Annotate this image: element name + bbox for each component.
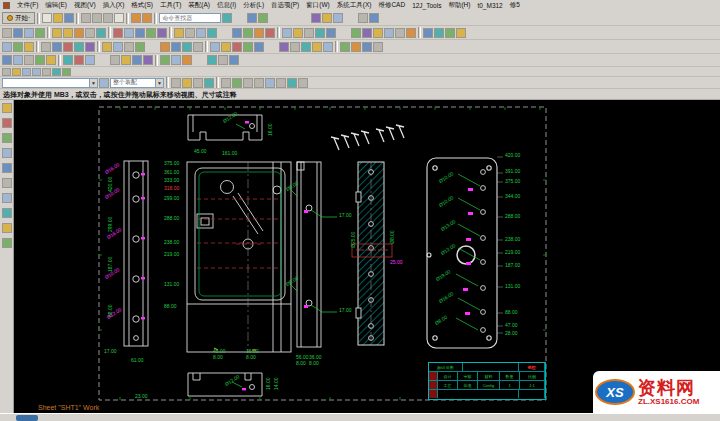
toolbar-icon[interactable] (63, 28, 73, 38)
toolbar-icon[interactable] (254, 42, 264, 52)
toolbar-icon[interactable] (207, 28, 217, 38)
toolbar-icon[interactable] (121, 55, 131, 65)
snap-intersection-icon[interactable] (254, 78, 264, 88)
toolbar-icon[interactable] (157, 28, 167, 38)
menu-tools[interactable]: 工具(T) (160, 1, 181, 10)
toolbar-icon[interactable] (42, 68, 51, 76)
toolbar-icon[interactable] (279, 42, 289, 52)
toolbar-icon[interactable] (247, 13, 257, 23)
toolbar-icon[interactable] (315, 28, 325, 38)
toolbar-icon[interactable] (2, 208, 12, 218)
toolbar-icon[interactable] (423, 28, 433, 38)
toolbar-icon[interactable] (52, 28, 62, 38)
toolbar-icon[interactable] (258, 13, 268, 23)
menu-extra[interactable]: 修5 (510, 1, 520, 10)
open-file-icon[interactable] (53, 13, 63, 23)
menu-file[interactable]: 文件(F) (17, 1, 38, 10)
menu-analysis[interactable]: 分析(L) (243, 1, 264, 10)
toolbar-icon[interactable] (373, 28, 383, 38)
toolbar-icon[interactable] (254, 28, 264, 38)
toolbar-icon[interactable] (63, 42, 73, 52)
toolbar-icon[interactable] (323, 42, 333, 52)
toolbar-icon[interactable] (456, 28, 466, 38)
toolbar-icon[interactable] (282, 28, 292, 38)
paste-icon[interactable] (114, 13, 124, 23)
toolbar-icon[interactable] (85, 28, 95, 38)
toolbar-icon[interactable] (2, 148, 12, 158)
toolbar-icon[interactable] (160, 55, 170, 65)
toolbar-icon[interactable] (2, 163, 12, 173)
toolbar-icon[interactable] (182, 78, 192, 88)
toolbar-icon[interactable] (35, 28, 45, 38)
toolbar-icon[interactable] (113, 42, 123, 52)
toolbar-icon[interactable] (384, 28, 394, 38)
toolbar-icon[interactable] (2, 178, 12, 188)
toolbar-icon[interactable] (229, 55, 239, 65)
toolbar-icon[interactable] (2, 68, 11, 76)
snap-center-icon[interactable] (265, 78, 275, 88)
toolbar-icon[interactable] (46, 55, 56, 65)
toolbar-icon[interactable] (185, 28, 195, 38)
toolbar-icon[interactable] (204, 78, 214, 88)
toolbar-icon[interactable] (340, 42, 350, 52)
toolbar-icon[interactable] (62, 68, 71, 76)
toolbar-icon[interactable] (290, 42, 300, 52)
search-icon[interactable] (222, 13, 232, 23)
toolbar-icon[interactable] (2, 238, 12, 248)
snap-endpoint-icon[interactable] (232, 78, 242, 88)
toolbar-icon[interactable] (22, 68, 31, 76)
toolbar-icon[interactable] (243, 42, 253, 52)
toolbar-icon[interactable] (135, 42, 145, 52)
menu-preferences[interactable]: 首选项(P) (271, 1, 299, 10)
toolbar-icon[interactable] (174, 28, 184, 38)
snap-point-icon[interactable] (221, 78, 231, 88)
selection-filter-combo[interactable]: ▼ (2, 78, 98, 88)
toolbar-icon[interactable] (445, 28, 455, 38)
toolbar-icon[interactable] (13, 55, 23, 65)
toolbar-icon[interactable] (132, 55, 142, 65)
menu-systools[interactable]: 系统工具(X) (337, 1, 372, 10)
toolbar-icon[interactable] (265, 28, 275, 38)
toolbar-icon[interactable] (2, 103, 12, 113)
menu-12j-tools[interactable]: 12J_Tools (412, 2, 441, 9)
taskbar[interactable] (0, 413, 720, 421)
toolbar-icon[interactable] (196, 28, 206, 38)
toolbar-icon[interactable] (298, 78, 308, 88)
cut-icon[interactable] (92, 13, 102, 23)
menu-t0-m312[interactable]: t0_M312 (477, 2, 502, 9)
toolbar-icon[interactable] (362, 28, 372, 38)
selection-scope-combo[interactable]: 整个装配 ▼ (110, 78, 164, 88)
toolbar-icon[interactable] (221, 42, 231, 52)
toolbar-icon[interactable] (96, 28, 106, 38)
toolbar-icon[interactable] (52, 68, 61, 76)
toolbar-icon[interactable] (207, 55, 217, 65)
toolbar-icon[interactable] (124, 42, 134, 52)
toolbar-icon[interactable] (102, 42, 112, 52)
toolbar-icon[interactable] (362, 42, 372, 52)
toolbar-icon[interactable] (406, 28, 416, 38)
toolbar-icon[interactable] (193, 78, 203, 88)
menu-help[interactable]: 帮助(H) (448, 1, 470, 10)
toolbar-icon[interactable] (13, 28, 23, 38)
toolbar-icon[interactable] (311, 13, 321, 23)
toolbar-icon[interactable] (85, 55, 95, 65)
menu-cad[interactable]: 维修CAD (378, 1, 405, 10)
toolbar-icon[interactable] (160, 42, 170, 52)
toolbar-icon[interactable] (52, 42, 62, 52)
toolbar-icon[interactable] (243, 28, 253, 38)
toolbar-icon[interactable] (32, 68, 41, 76)
toolbar-icon[interactable] (293, 28, 303, 38)
toolbar-icon[interactable] (146, 28, 156, 38)
start-menu-button[interactable]: 开始· (2, 12, 35, 24)
command-finder-input[interactable] (159, 13, 221, 23)
toolbar-icon[interactable] (232, 42, 242, 52)
toolbar-icon[interactable] (2, 42, 12, 52)
toolbar-icon[interactable] (2, 55, 12, 65)
toolbar-icon[interactable] (171, 42, 181, 52)
toolbar-icon[interactable] (304, 28, 314, 38)
toolbar-icon[interactable] (210, 42, 220, 52)
menu-info[interactable]: 信息(I) (217, 1, 236, 10)
toolbar-icon[interactable] (218, 55, 228, 65)
toolbar-icon[interactable] (85, 42, 95, 52)
toolbar-icon[interactable] (124, 28, 134, 38)
